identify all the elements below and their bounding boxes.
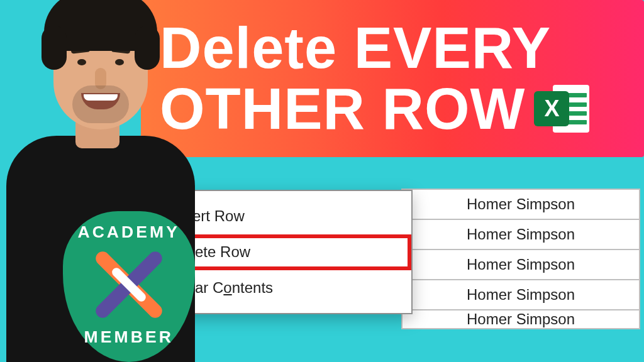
badge-x-icon: [94, 250, 164, 319]
excel-icon: X: [534, 81, 589, 136]
title-line-2: OTHER ROW: [160, 79, 525, 140]
title-banner: Delete EVERY OTHER ROW X: [141, 0, 644, 157]
thumbnail-stage: Delete EVERY OTHER ROW X Homer Simpson H…: [0, 0, 644, 362]
sheet-cell: Homer Simpson: [402, 220, 640, 250]
spreadsheet-fragment: Homer Simpson Homer Simpson Homer Simpso…: [401, 189, 640, 329]
presenter-torso: ACADEMY MEMBER: [6, 136, 195, 362]
menu-item-suffix: ntents: [232, 279, 273, 296]
excel-icon-badge: X: [534, 91, 569, 126]
sheet-cell: Homer Simpson: [402, 280, 640, 310]
title-line-1: Delete EVERY: [160, 18, 631, 79]
presenter-hair: [44, 0, 157, 51]
sheet-cell: Homer Simpson: [402, 310, 640, 329]
title-line-2-wrap: OTHER ROW X: [160, 79, 631, 140]
menu-item-hotkey: o: [223, 279, 231, 296]
shirt-badge: ACADEMY MEMBER: [63, 211, 195, 362]
presenter-photo: ACADEMY MEMBER: [0, 0, 208, 362]
sheet-cell: Homer Simpson: [402, 250, 640, 280]
sheet-cell: Homer Simpson: [402, 190, 640, 220]
badge-bottom-text: MEMBER: [84, 327, 174, 347]
badge-top-text: ACADEMY: [78, 222, 180, 242]
